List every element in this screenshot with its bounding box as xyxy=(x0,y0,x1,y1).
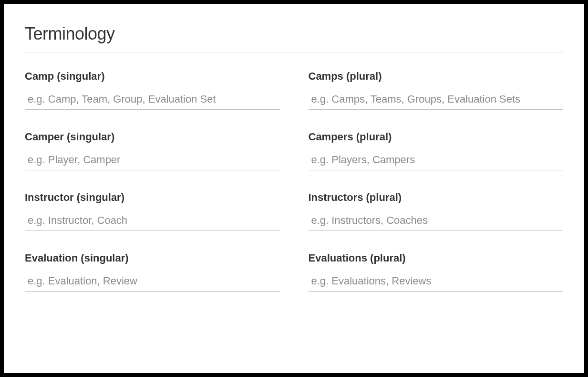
camper-singular-input[interactable] xyxy=(25,151,280,170)
campers-plural-input[interactable] xyxy=(309,151,564,170)
campers-plural-label: Campers (plural) xyxy=(309,131,564,143)
camp-singular-label: Camp (singular) xyxy=(25,70,280,83)
evaluation-singular-label: Evaluation (singular) xyxy=(25,252,280,264)
campers-plural-group: Campers (plural) xyxy=(309,131,564,170)
terminology-panel: Terminology Camp (singular) Camps (plura… xyxy=(4,4,584,373)
camps-plural-label: Camps (plural) xyxy=(309,70,564,83)
instructor-singular-input[interactable] xyxy=(25,211,280,231)
instructors-plural-group: Instructors (plural) xyxy=(309,191,564,231)
evaluations-plural-label: Evaluations (plural) xyxy=(309,252,564,264)
camp-singular-input[interactable] xyxy=(25,90,280,110)
instructor-singular-group: Instructor (singular) xyxy=(25,191,280,231)
camps-plural-group: Camps (plural) xyxy=(309,70,564,110)
terminology-grid: Camp (singular) Camps (plural) Camper (s… xyxy=(25,70,563,292)
camper-singular-group: Camper (singular) xyxy=(25,131,280,170)
evaluations-plural-group: Evaluations (plural) xyxy=(309,252,564,292)
camper-singular-label: Camper (singular) xyxy=(25,131,280,143)
evaluation-singular-input[interactable] xyxy=(25,272,280,292)
section-title: Terminology xyxy=(25,24,563,53)
camps-plural-input[interactable] xyxy=(309,90,564,110)
camp-singular-group: Camp (singular) xyxy=(25,70,280,110)
instructor-singular-label: Instructor (singular) xyxy=(25,191,280,204)
instructors-plural-label: Instructors (plural) xyxy=(309,191,564,204)
instructors-plural-input[interactable] xyxy=(309,211,564,231)
evaluation-singular-group: Evaluation (singular) xyxy=(25,252,280,292)
evaluations-plural-input[interactable] xyxy=(309,272,564,292)
